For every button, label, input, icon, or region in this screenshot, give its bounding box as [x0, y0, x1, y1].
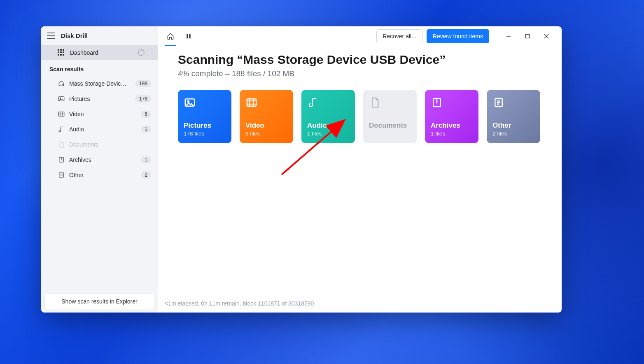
sidebar-item-count: 2 — [141, 171, 151, 179]
sidebar-item-label: Documents — [69, 141, 151, 148]
audio-icon — [58, 126, 65, 133]
show-in-explorer-button[interactable]: Show scan results in Explorer — [44, 294, 154, 309]
sidebar-item-pictures[interactable]: Pictures 178 — [41, 91, 158, 106]
drive-icon — [58, 80, 65, 87]
video-icon — [58, 110, 65, 118]
audio-icon — [307, 96, 320, 109]
sidebar-item-label: Archives — [69, 156, 135, 163]
card-title: Video — [245, 121, 287, 130]
svg-rect-6 — [187, 34, 188, 38]
card-sub: 1 files — [431, 131, 473, 137]
sidebar-item-label: Audio — [69, 126, 135, 133]
card-pictures[interactable]: Pictures 178 files — [178, 90, 231, 143]
svg-rect-3 — [58, 112, 64, 116]
sidebar-item-count: 1 — [141, 126, 151, 133]
archive-icon — [431, 96, 443, 109]
sidebar-item-count: 1 — [141, 156, 151, 163]
card-documents: Documents — — [363, 90, 417, 143]
dashboard-label: Dashboard — [70, 49, 133, 56]
app-window: Disk Drill Dashboard Scan results Mass S… — [41, 26, 562, 313]
card-video[interactable]: Video 6 files — [240, 90, 293, 143]
maximize-button[interactable] — [518, 26, 537, 46]
other-icon — [58, 171, 65, 179]
sidebar-item-label: Pictures — [69, 96, 130, 102]
card-title: Pictures — [184, 121, 226, 130]
home-button[interactable] — [161, 26, 180, 46]
category-cards: Pictures 178 files Video 6 files Audio 1… — [178, 90, 542, 143]
svg-rect-11 — [247, 99, 257, 106]
card-title: Archives — [431, 121, 473, 130]
minimize-button[interactable] — [499, 26, 518, 46]
sidebar-item-dashboard[interactable]: Dashboard — [41, 45, 158, 60]
sidebar-item-label: Video — [69, 111, 135, 117]
titlebar: Recover all... Review found items — [158, 26, 562, 46]
loading-spinner-icon — [138, 49, 145, 56]
video-icon — [245, 96, 258, 109]
sidebar-item-count: 6 — [141, 110, 151, 118]
document-icon — [58, 141, 65, 148]
svg-rect-8 — [526, 34, 530, 38]
document-icon — [369, 96, 381, 109]
card-sub: 2 files — [492, 131, 534, 137]
sidebar-item-count: 188 — [135, 80, 151, 87]
pause-button[interactable] — [180, 26, 198, 46]
archive-icon — [58, 156, 65, 163]
card-sub: 1 files — [307, 131, 349, 137]
other-icon — [492, 96, 505, 109]
svg-rect-7 — [189, 34, 190, 38]
dashboard-grid-icon — [58, 49, 65, 56]
card-other[interactable]: Other 2 files — [487, 90, 540, 143]
close-button[interactable] — [537, 26, 556, 46]
status-bar: <1m elapsed, 0h 11m remain, block 110187… — [158, 296, 562, 313]
card-sub: 6 files — [245, 131, 287, 137]
sidebar: Disk Drill Dashboard Scan results Mass S… — [41, 26, 158, 313]
window-controls — [499, 26, 556, 46]
picture-icon — [58, 95, 65, 103]
card-sub: — — [369, 131, 411, 137]
sidebar-header: Disk Drill — [41, 26, 158, 45]
sidebar-section-label: Scan results — [41, 60, 158, 76]
page-subtitle: 4% complete – 188 files / 102 MB — [178, 69, 542, 78]
svg-point-2 — [60, 98, 61, 98]
app-title: Disk Drill — [61, 32, 88, 39]
sidebar-item-video[interactable]: Video 6 — [41, 106, 158, 121]
sidebar-item-label: Other — [69, 172, 135, 178]
page-title: Scanning “Mass Storage Device USB Device… — [178, 53, 542, 67]
sidebar-item-archives[interactable]: Archives 1 — [41, 152, 158, 167]
card-archives[interactable]: Archives 1 files — [425, 90, 478, 143]
sidebar-item-count: 178 — [135, 95, 151, 103]
hamburger-icon[interactable] — [47, 33, 55, 39]
content-area: Scanning “Mass Storage Device USB Device… — [158, 46, 562, 296]
sidebar-item-label: Mass Storage Device US... — [69, 80, 130, 87]
svg-point-10 — [187, 101, 189, 103]
picture-icon — [184, 96, 196, 109]
recover-all-button[interactable]: Recover all... — [376, 29, 422, 43]
sidebar-item-documents[interactable]: Documents — [41, 137, 158, 152]
sidebar-item-audio[interactable]: Audio 1 — [41, 121, 158, 137]
card-title: Other — [492, 121, 534, 130]
sidebar-item-device[interactable]: Mass Storage Device US... 188 — [41, 76, 158, 91]
card-sub: 178 files — [184, 131, 226, 137]
card-title: Documents — [369, 121, 411, 130]
sidebar-item-other[interactable]: Other 2 — [41, 167, 158, 182]
svg-point-0 — [63, 84, 63, 85]
card-title: Audio — [307, 121, 349, 130]
review-found-items-button[interactable]: Review found items — [427, 29, 489, 43]
main-panel: Recover all... Review found items Scanni… — [158, 26, 562, 313]
card-audio[interactable]: Audio 1 files — [301, 90, 355, 143]
